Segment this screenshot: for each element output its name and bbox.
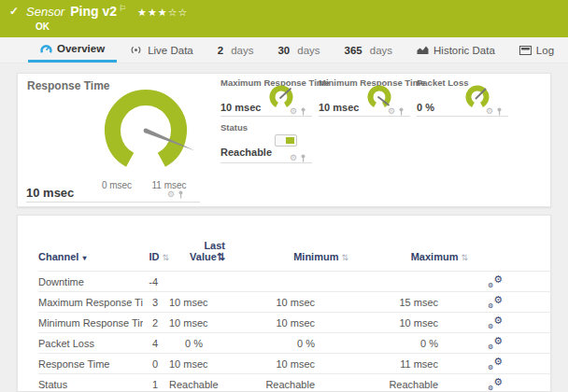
- gear-icon: ⚙: [493, 357, 503, 367]
- channel-minimum: 10 msec: [225, 358, 348, 370]
- gear-icon: ⚙: [493, 296, 503, 305]
- tab-historic-data-label: Historic Data: [433, 45, 495, 56]
- channel-maximum: 15 msec: [348, 297, 468, 308]
- sensor-name[interactable]: Ping v2: [70, 4, 117, 19]
- tab-30-days[interactable]: 30days: [265, 37, 332, 63]
- table-row[interactable]: Response Time 0 10 msec 10 msec 11 msec …: [38, 353, 552, 373]
- channel-id: 1: [143, 379, 169, 390]
- status-title: Status: [220, 122, 248, 133]
- minimum-response-time-panel: Minimum Response Time 10 msec ⚙: [319, 77, 410, 117]
- flag-icon: ⚐: [119, 4, 126, 13]
- response-time-value: 10 msec: [26, 186, 74, 200]
- tab-log[interactable]: Log: [507, 37, 566, 63]
- table-row[interactable]: Packet Loss 4 0 % 0 % 0 % ⚙⚙: [38, 332, 552, 353]
- gear-icon: ⚙: [488, 303, 493, 309]
- maximum-header-label: Maximum: [411, 251, 459, 262]
- pin-icon[interactable]: [398, 107, 405, 116]
- tab-overview[interactable]: Overview: [28, 37, 117, 63]
- channel-maximum: Reachable: [348, 379, 468, 390]
- response-time-gauge: [94, 79, 197, 182]
- sensor-status-text: OK: [36, 21, 50, 32]
- historic-chart-icon: [417, 45, 429, 55]
- overview-panel: Response Time 0 msec 11 msec 10 msec ⚙ M…: [17, 73, 551, 207]
- gear-icon: ⚙: [488, 344, 493, 350]
- channel-id: 4: [143, 338, 169, 349]
- stars-filled[interactable]: ★★★: [137, 7, 168, 19]
- tab-30-days-number: 30: [277, 45, 290, 56]
- channel-name: Status: [38, 379, 143, 390]
- tab-historic-data[interactable]: Historic Data: [405, 37, 507, 63]
- sort-icon: ⇅: [461, 253, 468, 262]
- table-row[interactable]: Status 1 Reachable Reachable Reachable ⚙…: [38, 373, 552, 392]
- channel-id: 3: [143, 297, 169, 308]
- channel-table-panel: Channel▾ ID⇅ Last Value⇅ Minimum⇅ Maximu…: [17, 215, 551, 392]
- status-value: Reachable: [220, 147, 272, 158]
- sort-icon: ⇅: [217, 251, 225, 262]
- table-row[interactable]: Downtime -4 ⚙⚙: [38, 271, 552, 291]
- live-data-icon: [129, 45, 143, 55]
- sensor-type-label: Sensor: [26, 5, 64, 19]
- pin-icon[interactable]: [496, 107, 503, 116]
- priority-stars[interactable]: ★★★☆☆: [137, 7, 188, 19]
- channel-minimum: Reachable: [225, 379, 348, 390]
- channel-settings-icon[interactable]: ⚙⚙: [488, 337, 503, 350]
- channel-header-label: Channel: [38, 251, 78, 262]
- column-header-maximum[interactable]: Maximum⇅: [348, 240, 468, 271]
- tab-365-days[interactable]: 365days: [333, 37, 405, 63]
- minimum-response-time-value: 10 msec: [319, 102, 359, 113]
- gear-icon: ⚙: [493, 337, 503, 346]
- tab-live-data[interactable]: Live Data: [117, 37, 206, 63]
- column-header-id[interactable]: ID⇅: [143, 240, 169, 271]
- sensor-header: ✓ Sensor Ping v2 ⚐ ★★★☆☆ OK: [0, 0, 568, 37]
- channel-settings-icon[interactable]: ⚙⚙: [488, 378, 503, 391]
- minimum-header-label: Minimum: [293, 251, 338, 262]
- channel-maximum: 11 msec: [348, 358, 468, 370]
- channel-minimum: 10 msec: [225, 297, 348, 308]
- gear-icon: ⚙: [488, 324, 493, 329]
- channel-settings-icon[interactable]: ⚙⚙: [488, 357, 503, 371]
- pin-icon[interactable]: [300, 154, 306, 162]
- channel-id: 0: [143, 358, 169, 370]
- packet-loss-panel: Packet Loss 0 % ⚙: [417, 77, 508, 117]
- gear-icon[interactable]: ⚙: [388, 107, 395, 116]
- last-value-header-line1: Last: [204, 240, 225, 251]
- sort-icon: ⇅: [162, 253, 169, 262]
- channel-name: Response Time: [38, 358, 143, 370]
- channel-table-header: Channel▾ ID⇅ Last Value⇅ Minimum⇅ Maximu…: [38, 216, 552, 271]
- channel-name: Minimum Response Time: [38, 317, 143, 329]
- table-row[interactable]: Minimum Response Time 2 10 msec 10 msec …: [38, 312, 552, 332]
- channel-name: Packet Loss: [38, 338, 143, 349]
- gear-icon: ⚙: [493, 316, 503, 326]
- column-header-actions: [468, 240, 552, 271]
- maximum-response-time-value: 10 msec: [220, 102, 261, 113]
- sort-icon: ⇅: [341, 253, 348, 262]
- gear-icon[interactable]: ⚙: [290, 107, 297, 116]
- column-header-minimum[interactable]: Minimum⇅: [225, 240, 348, 271]
- last-value-header-line2: Value: [190, 251, 217, 262]
- table-row[interactable]: Maximum Response Ti... 3 10 msec 10 msec…: [38, 291, 552, 312]
- channel-settings-icon[interactable]: ⚙⚙: [488, 275, 503, 288]
- gear-icon: ⚙: [488, 385, 493, 391]
- channel-id: -4: [143, 276, 169, 287]
- pin-icon[interactable]: [300, 107, 306, 116]
- channel-name: Downtime: [38, 276, 143, 287]
- column-header-channel[interactable]: Channel▾: [38, 240, 143, 271]
- tab-30-days-unit: days: [297, 45, 320, 56]
- gauge-scale-min: 0 msec: [96, 180, 137, 190]
- channel-settings-icon[interactable]: ⚙⚙: [488, 296, 503, 309]
- tab-bar: Overview Live Data 2days 30days 365days …: [0, 37, 568, 63]
- status-toggle-indicator: [275, 134, 297, 147]
- gear-icon[interactable]: ⚙: [486, 107, 493, 116]
- pin-icon[interactable]: [178, 190, 184, 199]
- channel-settings-icon[interactable]: ⚙⚙: [488, 316, 503, 329]
- gear-icon[interactable]: ⚙: [290, 154, 297, 162]
- column-header-last-value[interactable]: Last Value⇅: [169, 240, 225, 271]
- packet-loss-value: 0 %: [417, 102, 434, 113]
- status-ok-check-icon: ✓: [9, 5, 19, 18]
- gauge-icon: [40, 43, 52, 55]
- stars-empty[interactable]: ☆☆: [168, 7, 189, 19]
- gear-icon[interactable]: ⚙: [167, 190, 175, 199]
- id-header-label: ID: [149, 251, 159, 262]
- gear-icon: ⚙: [488, 365, 493, 371]
- tab-2-days[interactable]: 2days: [206, 37, 266, 63]
